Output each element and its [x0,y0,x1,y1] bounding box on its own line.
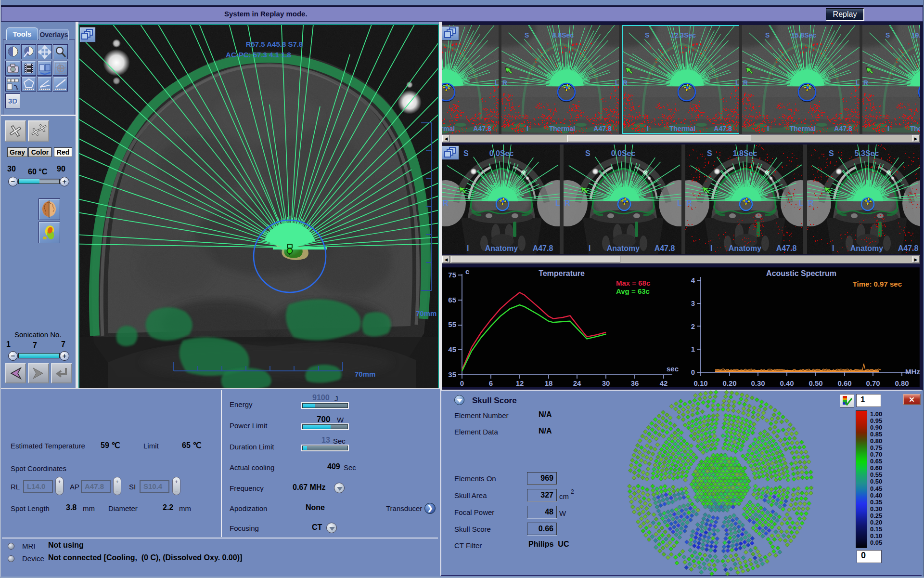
svg-text:0.0Sec: 0.0Sec [489,149,514,158]
svg-text:Thermal: Thermal [669,125,695,132]
svg-text:A47.8: A47.8 [593,125,612,132]
svg-text:45: 45 [448,345,456,354]
svg-text:Anatomy: Anatomy [485,244,518,252]
svg-text:I: I [526,125,528,132]
svg-text:R: R [686,199,692,207]
svg-text:R: R [863,79,868,87]
svg-text:18: 18 [545,379,553,387]
svg-text:A47.8: A47.8 [473,125,491,132]
svg-text:Thermal: Thermal [910,125,920,132]
svg-text:I: I [887,125,889,132]
svg-text:Thermal: Thermal [442,125,455,132]
svg-text:Max = 68c: Max = 68c [616,279,650,287]
svg-text:S: S [707,149,712,158]
svg-text:AC-PC: 57.3 4.1 1.8: AC-PC: 57.3 4.1 1.8 [226,51,291,59]
svg-text:I: I [589,244,590,252]
svg-text:sec: sec [667,365,679,373]
svg-text:0.80: 0.80 [895,379,909,387]
svg-text:I: I [710,244,712,252]
svg-text:Anatomy: Anatomy [607,244,640,252]
svg-text:2: 2 [691,322,695,330]
svg-text:A47.8: A47.8 [533,244,553,252]
svg-text:I: I [767,125,769,132]
svg-text:65: 65 [448,296,456,304]
svg-text:19.3Sec: 19.3Sec [911,31,920,39]
svg-text:S: S [765,31,770,39]
svg-text:S: S [829,149,834,158]
svg-text:30: 30 [602,379,610,387]
svg-text:3: 3 [691,299,695,307]
svg-text:I: I [467,244,469,252]
svg-text:0.0Sec: 0.0Sec [611,149,636,158]
svg-text:S: S [645,31,649,39]
svg-text:A47.8: A47.8 [898,244,919,252]
svg-text:5.3Sec: 5.3Sec [855,149,879,158]
svg-text:Anatomy: Anatomy [850,244,884,252]
svg-text:I: I [647,125,649,132]
svg-text:12.3Sec: 12.3Sec [671,31,696,39]
svg-text:c: c [465,267,469,276]
svg-text:R: R [623,79,628,87]
svg-text:Thermal: Thermal [790,125,816,132]
svg-text:R: R [565,199,570,207]
svg-text:4: 4 [691,276,695,284]
svg-text:24: 24 [573,379,581,387]
svg-text:Acoustic Spectrum: Acoustic Spectrum [766,269,836,277]
svg-text:0: 0 [460,379,464,387]
svg-text:1.8Sec: 1.8Sec [733,149,757,158]
svg-text:Anatomy: Anatomy [729,244,762,252]
svg-text:R: R [808,199,814,207]
svg-text:R: R [443,199,449,207]
svg-text:0.60: 0.60 [837,379,851,387]
svg-text:Time: 0.97 sec: Time: 0.97 sec [853,280,902,288]
svg-text:S: S [463,149,469,158]
svg-text:R: R [502,79,507,87]
svg-text:Temperature: Temperature [539,269,585,277]
svg-text:0.70: 0.70 [866,379,880,387]
svg-text:Thermal: Thermal [549,125,575,132]
svg-text:0: 0 [691,368,695,376]
svg-text:MHz: MHz [905,368,920,376]
svg-text:70mm: 70mm [416,309,436,317]
svg-text:S: S [585,149,590,158]
svg-text:55: 55 [448,320,456,328]
svg-text:35: 35 [448,370,456,379]
svg-text:12: 12 [516,379,524,387]
svg-text:Avg = 63c: Avg = 63c [616,287,650,295]
svg-text:A47.8: A47.8 [654,244,675,252]
svg-text:A47.8: A47.8 [714,125,732,132]
svg-text:6: 6 [489,379,493,387]
svg-text:R57.5 A45.8 S7.8: R57.5 A45.8 S7.8 [246,40,303,48]
svg-text:70mm: 70mm [355,370,375,378]
svg-text:R: R [743,79,748,87]
svg-text:S: S [525,31,529,39]
svg-text:75: 75 [448,271,456,279]
svg-text:I: I [832,244,834,252]
svg-text:1: 1 [691,345,695,353]
svg-text:A47.8: A47.8 [834,125,852,132]
svg-text:A47.8: A47.8 [776,244,797,252]
svg-text:15.8Sec: 15.8Sec [791,31,816,39]
svg-text:8.8Sec: 8.8Sec [552,31,574,39]
svg-text:S: S [886,31,890,39]
